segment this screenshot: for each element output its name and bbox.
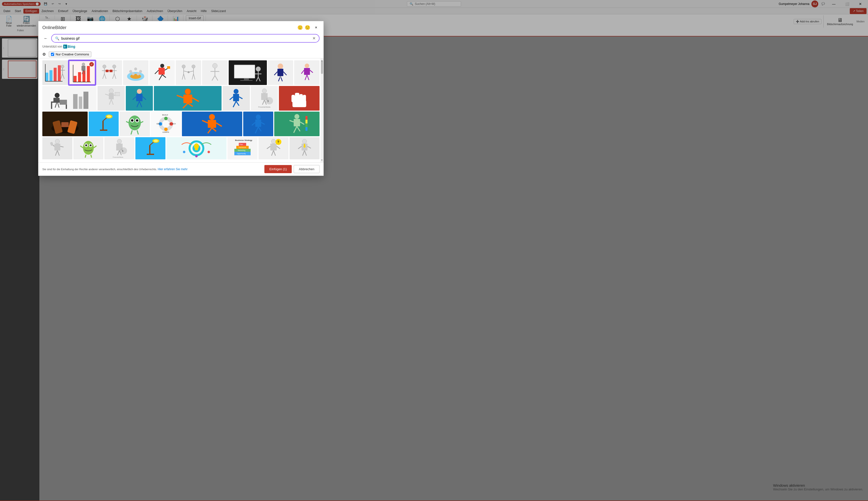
image-cell-r3-6[interactable] [243,111,273,136]
svg-text:?: ? [277,140,279,144]
image-cell-r4-8[interactable] [290,137,319,159]
svg-line-95 [58,103,59,108]
svg-text:$: $ [122,150,123,152]
search-box[interactable]: 🔍 ✕ [51,34,319,43]
image-cell-r4-2[interactable] [73,137,104,159]
svg-line-111 [133,97,136,100]
svg-text:Opportunity: Opportunity [237,153,246,155]
image-cell-r1-10[interactable] [294,60,319,85]
svg-point-43 [137,72,140,75]
image-cell-r1-7[interactable] [202,60,227,85]
svg-rect-209 [147,154,154,155]
svg-line-47 [162,75,166,77]
svg-point-150 [136,119,138,122]
svg-rect-2 [45,73,48,81]
image-cell-r2-3[interactable] [126,86,153,110]
svg-line-236 [277,146,280,149]
svg-point-51 [182,65,185,68]
svg-point-220 [195,155,198,157]
svg-line-152 [140,121,143,123]
svg-line-178 [294,126,297,133]
modal-close-button[interactable]: × [313,24,319,31]
footer-learn-more-link[interactable]: Hier erfahren Sie mehr [158,168,187,171]
search-clear-button[interactable]: ✕ [312,36,316,41]
happy-emoji-button[interactable]: 🙂 [297,25,303,30]
svg-line-46 [159,75,162,80]
svg-rect-16 [87,66,90,82]
search-input[interactable] [61,36,311,40]
scrollbar-thumb[interactable] [321,60,323,74]
svg-line-59 [192,74,194,79]
svg-text:Business Strategy: Business Strategy [235,139,252,141]
image-cell-r4-1[interactable] [42,137,72,159]
image-cell-r1-5[interactable] [150,60,175,85]
cc-checkbox-input[interactable] [51,53,54,56]
svg-text:Marketing: Marketing [238,150,246,151]
image-cell-r1-1[interactable] [42,60,68,85]
image-cell-r1-8[interactable] [229,60,267,85]
svg-line-48 [155,70,159,74]
svg-rect-232 [270,143,277,150]
image-cell-r4-7[interactable]: ? [259,137,289,159]
svg-point-239 [302,139,307,143]
image-cell-r2-6[interactable]: $ PresenterMedia [251,86,278,110]
svg-rect-171 [255,119,261,127]
image-cell-r3-1[interactable] [42,111,88,136]
image-cell-r1-2[interactable]: ✓ [69,60,96,85]
image-cell-r3-2[interactable] [89,111,119,136]
image-cell-r3-3[interactable] [120,111,150,136]
svg-point-176 [294,114,299,119]
image-row-1: ✓ [42,60,319,85]
svg-text:$: $ [267,100,269,103]
footer-disclaimer: Sie sind für die Einhaltung der Rechte a… [42,168,157,171]
image-cell-r1-4[interactable] [123,60,149,85]
image-cell-r2-4[interactable] [154,86,222,110]
svg-point-157 [164,128,167,131]
modal-scrollbar[interactable]: ▲ ▼ [321,58,324,162]
svg-point-218 [183,151,185,153]
svg-rect-108 [136,94,142,101]
image-cell-r3-7[interactable] [274,111,319,136]
insert-button[interactable]: Einfügen (1) [264,165,292,173]
svg-point-41 [139,70,142,73]
svg-rect-101 [109,93,114,99]
svg-line-116 [188,103,193,106]
svg-rect-120 [233,94,239,101]
svg-line-104 [105,94,109,95]
image-cell-r4-5[interactable] [166,137,227,159]
filter-icon[interactable]: ⚙ [42,52,46,57]
image-cell-r2-1[interactable] [42,86,97,110]
svg-line-12 [63,74,64,79]
svg-line-88 [310,70,313,73]
image-cell-r3-5[interactable] [182,111,242,136]
image-cell-r2-5[interactable] [223,86,250,110]
svg-line-175 [261,122,265,124]
image-cell-r1-6[interactable] [176,60,201,85]
image-cell-r4-6[interactable]: Business Strategy Plan Teamwork Marketin… [227,137,258,159]
cc-label: Nur Creative Commons [56,52,89,56]
image-cell-r2-7[interactable] [279,86,319,110]
image-cell-r4-3[interactable]: $ PresenterMedia [105,137,134,159]
image-cell-r3-4[interactable]: BUILD LEARN IDEA LAUNCH [151,111,181,136]
image-cell-r1-9[interactable] [268,60,293,85]
svg-rect-5 [58,65,61,81]
image-cell-r2-2[interactable] [97,86,124,110]
svg-rect-3 [50,70,52,81]
sad-emoji-button[interactable]: 🙁 [305,25,310,30]
image-cell-r1-3[interactable] [97,60,122,85]
svg-line-200 [85,155,86,158]
scroll-down-arrow[interactable]: ▼ [321,159,323,161]
scroll-up-arrow[interactable]: ▲ [321,60,323,62]
image-grid-container[interactable]: ✓ [39,58,324,162]
svg-line-87 [301,70,304,74]
bing-label: Unterstützt von [42,45,62,48]
svg-line-115 [183,103,188,108]
image-row-3: BUILD LEARN IDEA LAUNCH [42,111,319,136]
svg-line-117 [177,95,183,98]
back-button[interactable]: ← [42,35,49,42]
image-cell-r4-4[interactable] [135,137,165,159]
svg-rect-99 [84,92,88,109]
cancel-button[interactable]: Abbrechen [294,165,319,173]
creative-commons-checkbox[interactable]: Nur Creative Commons [49,52,91,57]
svg-point-107 [137,89,142,94]
